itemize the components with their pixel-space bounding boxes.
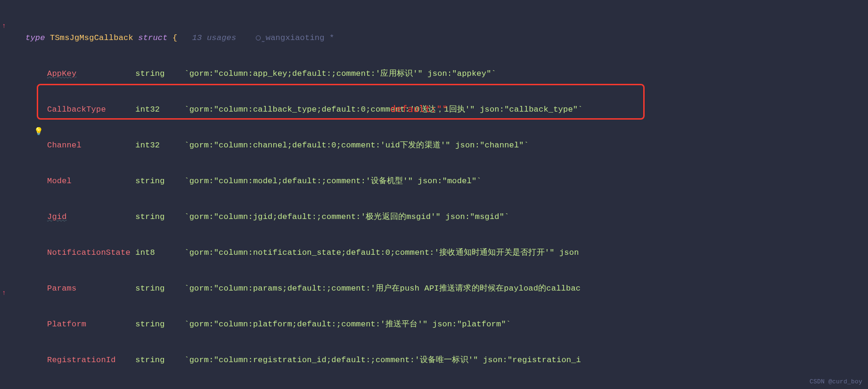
field-type: string <box>135 69 164 78</box>
field-name: CallbackType <box>47 105 106 114</box>
struct-tag: `gorm:"column:platform;default:;comment:… <box>184 320 511 329</box>
field-line: RegistrationId string `gorm:"column:regi… <box>25 351 583 369</box>
field-name: AppKey <box>47 69 76 78</box>
struct-tag: `gorm:"column:notification_state;default… <box>184 248 579 257</box>
field-name: Params <box>47 284 76 293</box>
field-name: Channel <box>47 141 82 150</box>
field-line: Platform string `gorm:"column:platform;d… <box>25 316 583 333</box>
struct-tag: `gorm:"column:callback_type;default:0;co… <box>184 105 582 114</box>
field-name: Platform <box>47 320 86 329</box>
field-type: int32 <box>135 105 160 114</box>
field-type: string <box>135 212 164 221</box>
gutter-arrow-icon[interactable]: ↑ <box>2 284 6 302</box>
field-line: Alias string `gorm:"column:alias;default… <box>25 387 583 389</box>
struct-decl-line: type TSmsJgMsgCallback struct { 13 usage… <box>25 29 583 47</box>
field-name: Model <box>47 177 72 186</box>
keyword-type: type <box>25 33 45 42</box>
field-line: Params string `gorm:"column:params;defau… <box>25 280 583 298</box>
field-line: AppKey string `gorm:"column:app_key;defa… <box>25 65 583 83</box>
author-name[interactable]: wangxiaoting * <box>266 33 335 42</box>
watermark-text: CSDN @curd_boy <box>810 379 862 385</box>
field-type: string <box>135 284 164 293</box>
usages-hint[interactable]: 13 usages <box>192 33 237 42</box>
struct-tag: `gorm:"column:model;default:;comment:'设备… <box>184 177 482 186</box>
struct-tag: `gorm:"column:jgid;default:;comment:'极光返… <box>184 212 509 221</box>
field-name: NotificationState <box>47 248 131 257</box>
brace-open: { <box>172 33 177 42</box>
keyword-struct: struct <box>138 33 167 42</box>
field-line: NotificationState int8 `gorm:"column:not… <box>25 244 583 262</box>
field-type: int8 <box>135 248 155 257</box>
field-name: RegistrationId <box>47 356 116 365</box>
struct-tag: `gorm:"column:params;default:;comment:'用… <box>184 284 581 293</box>
code-editor[interactable]: type TSmsJgMsgCallback struct { 13 usage… <box>0 0 583 389</box>
field-line: Jgid string `gorm:"column:jgid;default:;… <box>25 208 583 226</box>
field-type: int32 <box>135 141 160 150</box>
struct-tag: `gorm:"column:channel;default:0;comment:… <box>184 141 529 150</box>
lightbulb-icon[interactable]: 💡 <box>34 123 43 141</box>
struct-tag: `gorm:"column:app_key;default:;comment:'… <box>184 69 496 78</box>
field-type: string <box>135 356 164 365</box>
field-line: Model string `gorm:"column:model;default… <box>25 172 583 190</box>
annotation-text: default:"" <box>390 100 448 118</box>
person-icon: ◯̰ <box>256 29 261 47</box>
field-type: string <box>135 320 164 329</box>
field-type: string <box>135 177 164 186</box>
field-line: CallbackType int32 `gorm:"column:callbac… <box>25 101 583 119</box>
field-line: Channel int32 `gorm:"column:channel;defa… <box>25 137 583 154</box>
struct-tag: `gorm:"column:registration_id;default:;c… <box>184 356 581 365</box>
gutter-arrow-icon[interactable]: ↑ <box>2 17 6 35</box>
field-name: Jgid <box>47 212 67 221</box>
struct-name: TSmsJgMsgCallback <box>50 33 133 42</box>
